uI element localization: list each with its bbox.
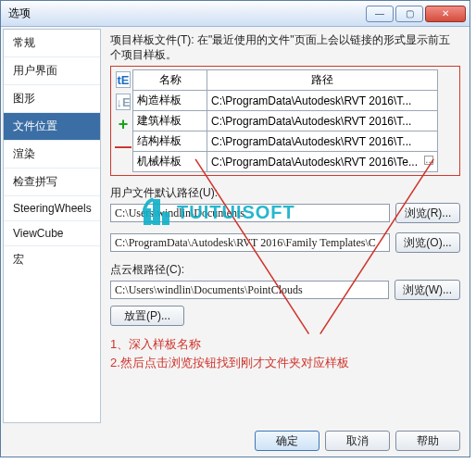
family-path-input[interactable]: C:\ProgramData\Autodesk\RVT 2016\Family …	[110, 233, 390, 252]
minimize-button[interactable]: —	[366, 6, 394, 22]
user-path-group: 用户文件默认路径(U): C:\Users\windlin\Documents …	[110, 185, 460, 223]
col-path: 路径	[207, 70, 438, 91]
template-table-area: tE ↓E + — 名称 路径 构造样板 C:\ProgramData\Auto…	[110, 66, 460, 176]
user-path-browse-button[interactable]: 浏览(R)...	[395, 203, 460, 223]
sidebar-item-graphics[interactable]: 图形	[4, 84, 100, 112]
sidebar-item-render[interactable]: 渲染	[4, 140, 100, 168]
family-path-group: C:\ProgramData\Autodesk\RVT 2016\Family …	[110, 232, 460, 253]
template-files-desc: 项目样板文件(T): 在"最近使用的文件"页面上会以链接的形式显示前五个项目样板…	[110, 32, 460, 62]
sidebar-item-steeringwheels[interactable]: SteeringWheels	[4, 195, 100, 220]
places-button[interactable]: 放置(P)...	[110, 306, 184, 326]
move-up-button[interactable]: tE	[116, 71, 131, 88]
sidebar-item-general[interactable]: 常规	[4, 30, 100, 56]
family-path-browse-button[interactable]: 浏览(O)...	[395, 232, 460, 253]
table-row[interactable]: 建筑样板 C:\ProgramData\Autodesk\RVT 2016\T.…	[133, 111, 438, 131]
footer: 确定 取消 帮助	[255, 431, 460, 451]
sidebar-item-file-locations[interactable]: 文件位置	[4, 112, 100, 140]
remove-row-button[interactable]: —	[116, 138, 131, 155]
annotation-text: 1、深入样板名称 2.然后点击浏览按钮找到刚才文件夹对应样板	[110, 335, 460, 372]
user-path-input[interactable]: C:\Users\windlin\Documents	[110, 204, 390, 222]
cloud-path-label: 点云根路径(C):	[110, 262, 460, 278]
template-table[interactable]: 名称 路径 构造样板 C:\ProgramData\Autodesk\RVT 2…	[132, 69, 438, 172]
titlebar[interactable]: 选项 — ▢ ✕	[1, 1, 470, 27]
move-down-button[interactable]: ↓E	[116, 94, 131, 110]
sidebar: 常规 用户界面 图形 文件位置 渲染 检查拼写 SteeringWheels V…	[3, 29, 101, 423]
table-row[interactable]: 结构样板 C:\ProgramData\Autodesk\RVT 2016\T.…	[133, 131, 438, 152]
sidebar-item-ui[interactable]: 用户界面	[4, 56, 100, 84]
help-button[interactable]: 帮助	[395, 431, 460, 451]
col-name: 名称	[133, 70, 207, 91]
options-window: 选项 — ▢ ✕ 常规 用户界面 图形 文件位置 渲染 检查拼写 Steerin…	[0, 0, 470, 457]
window-title: 选项	[8, 6, 364, 21]
cloud-path-group: 点云根路径(C): C:\Users\windlin\Documents\Poi…	[110, 262, 460, 300]
user-path-label: 用户文件默认路径(U):	[110, 185, 460, 201]
content-panel: 项目样板文件(T): 在"最近使用的文件"页面上会以链接的形式显示前五个项目样板…	[101, 27, 470, 425]
sidebar-item-viewcube[interactable]: ViewCube	[4, 220, 100, 245]
table-row[interactable]: 构造样板 C:\ProgramData\Autodesk\RVT 2016\T.…	[133, 91, 438, 111]
annotation-line1: 1、深入样板名称	[110, 335, 460, 354]
cloud-path-input[interactable]: C:\Users\windlin\Documents\PointClouds	[110, 281, 389, 299]
body: 常规 用户界面 图形 文件位置 渲染 检查拼写 SteeringWheels V…	[1, 27, 470, 425]
close-button[interactable]: ✕	[425, 6, 466, 22]
sidebar-item-spellcheck[interactable]: 检查拼写	[4, 168, 100, 195]
ellipsis-button-icon[interactable]: …	[424, 156, 433, 165]
table-row[interactable]: 机械样板 C:\ProgramData\Autodesk\RVT 2016\Te…	[133, 152, 438, 172]
maximize-button[interactable]: ▢	[395, 6, 423, 22]
cancel-button[interactable]: 取消	[325, 431, 390, 451]
ok-button[interactable]: 确定	[255, 431, 319, 451]
annotation-line2: 2.然后点击浏览按钮找到刚才文件夹对应样板	[110, 354, 460, 372]
table-controls: tE ↓E + —	[114, 69, 132, 172]
cloud-path-browse-button[interactable]: 浏览(W)...	[395, 280, 460, 300]
add-row-button[interactable]: +	[116, 116, 131, 132]
sidebar-item-macro[interactable]: 宏	[4, 245, 100, 273]
